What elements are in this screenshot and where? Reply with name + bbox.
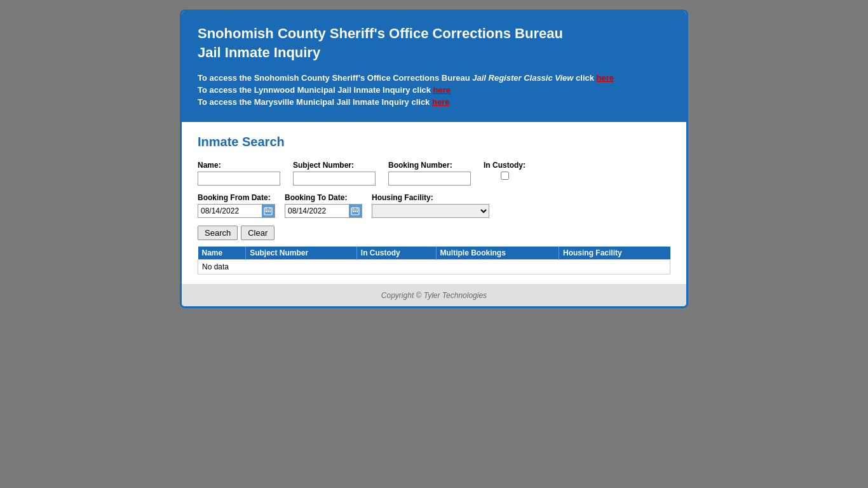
table-row: No data — [198, 260, 670, 274]
booking-to-input[interactable] — [285, 205, 349, 217]
main-wrapper: Snohomish County Sheriff's Office Correc… — [180, 10, 688, 308]
booking-to-group: Booking To Date: — [285, 193, 362, 218]
housing-facility-group: Housing Facility: — [372, 193, 489, 218]
button-row: Search Clear — [198, 226, 670, 240]
housing-facility-select[interactable] — [372, 204, 489, 218]
subject-number-label: Subject Number: — [293, 161, 376, 170]
form-row-2: Booking From Date: — [198, 193, 670, 218]
results-table: Name Subject Number In Custody Multiple … — [198, 247, 670, 274]
name-group: Name: — [198, 161, 280, 186]
table-header-row: Name Subject Number In Custody Multiple … — [198, 247, 670, 260]
booking-from-wrapper — [198, 204, 275, 218]
header-link-2: To access the Lynnwood Municipal Jail In… — [198, 85, 670, 95]
booking-number-group: Booking Number: — [388, 161, 471, 186]
header-link-3: To access the Marysville Municipal Jail … — [198, 97, 670, 107]
col-subject-number: Subject Number — [246, 247, 357, 260]
col-name: Name — [198, 247, 246, 260]
header-link-1: To access the Snohomish County Sheriff’s… — [198, 73, 670, 83]
no-data-cell: No data — [198, 260, 670, 274]
svg-rect-6 — [269, 211, 271, 212]
copyright-text: Copyright © Tyler Technologies — [381, 291, 487, 300]
booking-from-calendar-icon[interactable] — [262, 205, 275, 217]
title-line1: Snohomish County Sheriff's Office Correc… — [198, 25, 563, 41]
subject-number-group: Subject Number: — [293, 161, 376, 186]
marysville-link[interactable]: here — [432, 97, 449, 107]
svg-rect-11 — [353, 211, 354, 212]
booking-number-input[interactable] — [388, 172, 471, 186]
booking-from-label: Booking From Date: — [198, 193, 275, 202]
svg-rect-12 — [355, 211, 356, 212]
header-title: Snohomish County Sheriff's Office Correc… — [198, 24, 670, 62]
col-housing-facility: Housing Facility — [559, 247, 670, 260]
booking-to-wrapper — [285, 204, 362, 218]
footer: Copyright © Tyler Technologies — [182, 285, 686, 306]
booking-to-calendar-icon[interactable] — [349, 205, 362, 217]
booking-from-input[interactable] — [198, 205, 262, 217]
svg-rect-5 — [268, 211, 269, 212]
in-custody-checkbox[interactable] — [501, 172, 509, 180]
classic-view-link[interactable]: here — [597, 73, 614, 83]
col-in-custody: In Custody — [356, 247, 436, 260]
header-banner: Snohomish County Sheriff's Office Correc… — [182, 11, 686, 122]
header-links: To access the Snohomish County Sheriff’s… — [198, 73, 670, 107]
title-line2: Jail Inmate Inquiry — [198, 44, 320, 60]
clear-button[interactable]: Clear — [241, 226, 275, 240]
search-button[interactable]: Search — [198, 226, 238, 240]
col-multiple-bookings: Multiple Bookings — [436, 247, 559, 260]
in-custody-group: In Custody: — [484, 161, 526, 180]
subject-number-input[interactable] — [293, 172, 376, 186]
svg-rect-13 — [356, 211, 358, 212]
lynnwood-link[interactable]: here — [433, 85, 451, 95]
name-input[interactable] — [198, 172, 280, 186]
form-row-1: Name: Subject Number: Booking Number: In… — [198, 161, 670, 186]
search-section: Inmate Search Name: Subject Number: Book… — [182, 122, 686, 285]
booking-number-label: Booking Number: — [388, 161, 471, 170]
name-label: Name: — [198, 161, 280, 170]
svg-rect-4 — [266, 211, 267, 212]
section-title: Inmate Search — [198, 135, 670, 149]
booking-from-group: Booking From Date: — [198, 193, 275, 218]
housing-facility-label: Housing Facility: — [372, 193, 489, 202]
in-custody-label: In Custody: — [484, 161, 526, 170]
booking-to-label: Booking To Date: — [285, 193, 362, 202]
